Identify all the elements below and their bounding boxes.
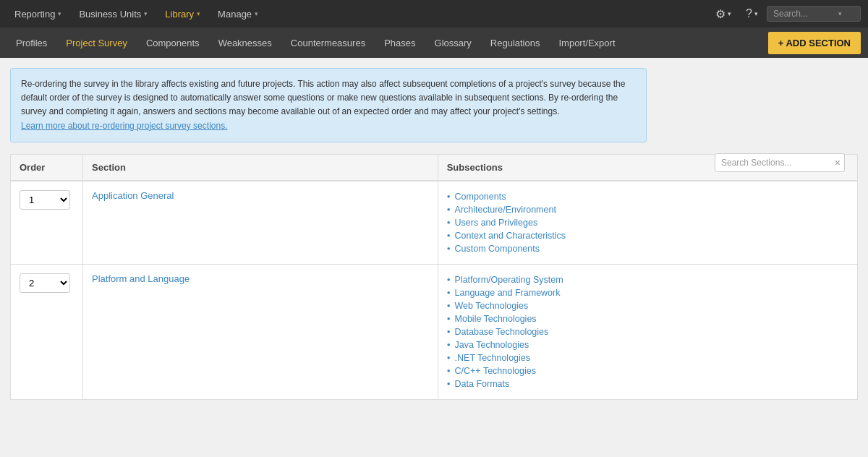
nav-business-units[interactable]: Business Units ▾ <box>72 4 155 24</box>
list-item: C/C++ Technologies <box>447 364 848 377</box>
subnav-profiles[interactable]: Profiles <box>7 32 56 54</box>
nav-business-units-label: Business Units <box>79 9 141 20</box>
subsections-list-0: ComponentsArchitecture/EnvironmentUsers … <box>447 190 848 255</box>
subsections-cell-0: ComponentsArchitecture/EnvironmentUsers … <box>438 181 857 265</box>
section-cell-0: Application General <box>83 181 438 265</box>
list-item: Platform/Operating System <box>447 273 848 286</box>
order-select-1[interactable]: 12345 <box>20 273 70 293</box>
subnav-components[interactable]: Components <box>137 32 208 54</box>
nav-business-units-chevron: ▾ <box>144 10 148 17</box>
list-item: Custom Components <box>447 242 848 255</box>
list-item: Components <box>447 190 848 203</box>
main-content: Re-ordering the survey in the library af… <box>0 58 868 457</box>
list-item: Database Technologies <box>447 325 848 338</box>
order-select-0[interactable]: 12345 <box>20 190 70 210</box>
gear-icon: ⚙ <box>715 7 726 21</box>
subnav-countermeasures-label: Countermeasures <box>291 38 365 48</box>
subsection-link-1-6[interactable]: .NET Technologies <box>455 353 530 363</box>
nav-manage-label: Manage <box>218 9 252 20</box>
table-row: 12345Platform and LanguagePlatform/Opera… <box>11 264 858 399</box>
subnav-glossary[interactable]: Glossary <box>426 32 480 54</box>
survey-table: Order Section Subsections 12345Applicati… <box>10 154 858 400</box>
nav-library-label: Library <box>165 9 194 20</box>
add-section-button[interactable]: + ADD SECTION <box>768 32 861 54</box>
list-item: Web Technologies <box>447 299 848 312</box>
nav-manage[interactable]: Manage ▾ <box>210 4 265 24</box>
search-sections-clear-button[interactable]: × <box>835 157 841 168</box>
subsection-link-1-1[interactable]: Language and Framework <box>455 288 561 298</box>
subnav-regulations-label: Regulations <box>490 38 540 48</box>
search-sections-input[interactable] <box>715 153 845 172</box>
help-button[interactable]: ? ▾ <box>740 4 764 23</box>
clear-icon: × <box>835 157 841 168</box>
table-row: 12345Application GeneralComponentsArchit… <box>11 181 858 265</box>
list-item: .NET Technologies <box>447 351 848 364</box>
nav-reporting-chevron: ▾ <box>58 10 61 17</box>
list-item: Architecture/Environment <box>447 203 848 216</box>
subsections-cell-1: Platform/Operating SystemLanguage and Fr… <box>438 264 857 399</box>
subnav-project-survey[interactable]: Project Survey <box>57 32 136 54</box>
info-banner: Re-ordering the survey in the library af… <box>10 68 647 142</box>
subnav-import-export[interactable]: Import/Export <box>550 32 624 54</box>
order-cell-0: 12345 <box>11 181 83 265</box>
subsection-link-0-3[interactable]: Context and Characteristics <box>455 231 566 241</box>
top-nav-icons: ⚙ ▾ ? ▾ ▾ <box>710 4 861 24</box>
subsection-link-1-3[interactable]: Mobile Technologies <box>455 314 537 324</box>
nav-reporting-label: Reporting <box>14 9 55 20</box>
list-item: Data Formats <box>447 377 848 390</box>
subnav-project-survey-label: Project Survey <box>66 38 127 48</box>
settings-chevron: ▾ <box>728 10 731 17</box>
top-search-input[interactable] <box>767 6 861 22</box>
subnav-profiles-label: Profiles <box>16 38 47 48</box>
subnav-phases-label: Phases <box>384 38 415 48</box>
subsection-link-0-4[interactable]: Custom Components <box>455 244 540 254</box>
subsection-link-1-4[interactable]: Database Technologies <box>455 327 549 337</box>
sub-nav: Profiles Project Survey Components Weakn… <box>0 27 868 58</box>
subnav-glossary-label: Glossary <box>435 38 472 48</box>
col-section: Section <box>83 154 438 181</box>
top-search-chevron: ▾ <box>838 10 842 17</box>
subsection-link-0-0[interactable]: Components <box>455 192 506 202</box>
info-banner-text: Re-ordering the survey in the library af… <box>21 79 625 116</box>
subnav-countermeasures[interactable]: Countermeasures <box>282 32 374 54</box>
section-link-0[interactable]: Application General <box>92 190 174 201</box>
subnav-components-label: Components <box>146 38 200 48</box>
col-order: Order <box>11 154 83 181</box>
subnav-import-export-label: Import/Export <box>558 38 615 48</box>
order-cell-1: 12345 <box>11 264 83 399</box>
search-sections-area: × <box>715 153 845 172</box>
subsection-link-0-2[interactable]: Users and Privileges <box>455 218 538 228</box>
list-item: Users and Privileges <box>447 216 848 229</box>
content-area: Re-ordering the survey in the library af… <box>10 68 858 400</box>
subnav-weaknesses[interactable]: Weaknesses <box>210 32 281 54</box>
help-chevron: ▾ <box>754 10 758 17</box>
list-item: Java Technologies <box>447 338 848 351</box>
subsection-link-1-7[interactable]: C/C++ Technologies <box>455 366 536 376</box>
subsection-link-1-2[interactable]: Web Technologies <box>455 301 529 311</box>
section-cell-1: Platform and Language <box>83 264 438 399</box>
subsection-link-1-0[interactable]: Platform/Operating System <box>455 275 563 285</box>
top-nav: Reporting ▾ Business Units ▾ Library ▾ M… <box>0 0 868 27</box>
nav-manage-chevron: ▾ <box>255 10 258 17</box>
subsection-link-1-5[interactable]: Java Technologies <box>455 340 529 350</box>
subsections-list-1: Platform/Operating SystemLanguage and Fr… <box>447 273 848 390</box>
subsection-link-0-1[interactable]: Architecture/Environment <box>455 205 556 215</box>
settings-button[interactable]: ⚙ ▾ <box>710 4 737 24</box>
help-icon: ? <box>746 7 752 20</box>
add-section-label: + ADD SECTION <box>778 38 851 48</box>
nav-library-chevron: ▾ <box>197 10 200 17</box>
list-item: Context and Characteristics <box>447 229 848 242</box>
subsection-link-1-8[interactable]: Data Formats <box>455 379 510 389</box>
nav-reporting[interactable]: Reporting ▾ <box>7 4 69 24</box>
subnav-regulations[interactable]: Regulations <box>482 32 549 54</box>
subnav-phases[interactable]: Phases <box>375 32 424 54</box>
subnav-weaknesses-label: Weaknesses <box>218 38 272 48</box>
list-item: Mobile Technologies <box>447 312 848 325</box>
section-link-1[interactable]: Platform and Language <box>92 273 190 284</box>
info-banner-link[interactable]: Learn more about re-ordering project sur… <box>21 121 227 131</box>
nav-library[interactable]: Library ▾ <box>158 4 208 24</box>
list-item: Language and Framework <box>447 286 848 299</box>
